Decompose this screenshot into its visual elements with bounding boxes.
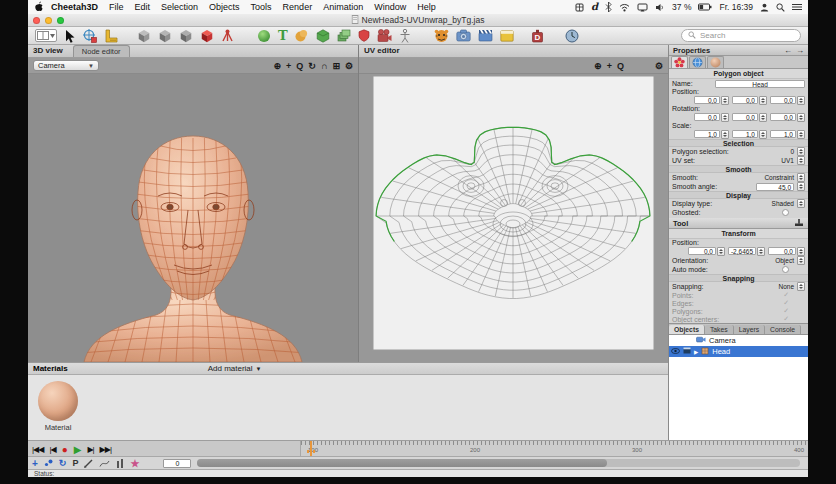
polygon-mode-cube-icon[interactable]: [179, 28, 193, 43]
playhead[interactable]: [310, 441, 312, 457]
position-2-stepper[interactable]: [797, 96, 805, 105]
pan-icon[interactable]: +: [286, 61, 291, 71]
orbit-icon[interactable]: ↻: [308, 61, 316, 71]
arc-rotate-icon[interactable]: ∩: [321, 61, 328, 71]
menu-window[interactable]: Window: [374, 2, 406, 12]
add-key-icon[interactable]: +: [32, 458, 38, 469]
add-material-button[interactable]: Add material▼: [208, 364, 262, 373]
menu-selection[interactable]: Selection: [161, 2, 198, 12]
go-end-button[interactable]: ▶▶|: [100, 445, 111, 454]
polygon-selection-stepper[interactable]: [797, 147, 805, 156]
metaball-icon[interactable]: [295, 28, 309, 43]
rotation-0-stepper[interactable]: [721, 113, 729, 122]
array-modifier-icon[interactable]: [337, 28, 351, 43]
smooth-stepper[interactable]: [797, 173, 805, 182]
rotation-field-0[interactable]: 0,0: [694, 113, 720, 121]
menu-objects[interactable]: Objects: [209, 2, 240, 12]
object-mode-cube-icon[interactable]: [200, 28, 214, 43]
smooth-angle-stepper[interactable]: [797, 182, 805, 191]
rotation-1-stepper[interactable]: [759, 113, 767, 122]
view-layout-icon[interactable]: [35, 28, 57, 43]
properties-tab-object[interactable]: [671, 56, 688, 68]
snapping-value[interactable]: None: [778, 283, 794, 290]
search-input[interactable]: Search: [681, 29, 801, 42]
render-camera-icon[interactable]: [456, 28, 471, 43]
orientation-value[interactable]: Object: [775, 257, 794, 264]
properties-tab-world[interactable]: [689, 56, 706, 68]
material-thumbnail[interactable]: [38, 381, 78, 421]
position-field-1[interactable]: -2,6465: [728, 247, 756, 255]
uv-settings-icon[interactable]: ⚙: [655, 61, 663, 71]
ghosted-checkbox[interactable]: [782, 209, 789, 216]
select-arrow-icon[interactable]: [64, 28, 76, 43]
position-0-stepper[interactable]: [721, 96, 729, 105]
scale-field-1[interactable]: 1,0: [732, 130, 758, 138]
menu-edit[interactable]: Edit: [135, 2, 151, 12]
scene-tab-console[interactable]: Console: [765, 325, 801, 334]
object-centers-checkbox[interactable]: ✓: [783, 315, 789, 323]
rotation-field-1[interactable]: 0,0: [732, 113, 758, 121]
snapping-stepper[interactable]: [797, 282, 805, 291]
battery-icon[interactable]: [698, 3, 712, 11]
scale-0-stepper[interactable]: [721, 130, 729, 139]
points-checkbox[interactable]: ✓: [783, 291, 789, 299]
scene-tab-takes[interactable]: Takes: [705, 325, 734, 334]
back-arrow-icon[interactable]: ←: [784, 46, 792, 55]
menu-animation[interactable]: Animation: [323, 2, 363, 12]
bluetooth-icon[interactable]: [605, 2, 612, 12]
name-field[interactable]: Head: [715, 80, 805, 88]
p-mode-icon[interactable]: P: [72, 458, 78, 468]
scale-2-stepper[interactable]: [797, 130, 805, 139]
menu-tools[interactable]: Tools: [251, 2, 272, 12]
time-clock-icon[interactable]: [565, 28, 579, 43]
record-button[interactable]: ●: [62, 444, 68, 455]
pen-icon[interactable]: [84, 459, 93, 468]
position-1-stepper[interactable]: [759, 96, 767, 105]
eye-icon[interactable]: [671, 347, 680, 356]
smooth-value[interactable]: Constraint: [764, 174, 794, 181]
position-0-stepper[interactable]: [717, 247, 725, 256]
animation-clapper-icon[interactable]: [478, 28, 493, 43]
zoom-window-button[interactable]: [57, 17, 64, 24]
favorites-star-icon[interactable]: ★: [130, 458, 139, 469]
horizontal-scrollbar[interactable]: [197, 459, 800, 467]
position-field-0[interactable]: 0,0: [694, 96, 720, 104]
position-2-stepper[interactable]: [797, 247, 805, 256]
uv-set-stepper[interactable]: [797, 156, 805, 165]
menu-help[interactable]: Help: [417, 2, 436, 12]
display-type-stepper[interactable]: [797, 199, 805, 208]
close-window-button[interactable]: [33, 17, 40, 24]
move-globe-icon[interactable]: [83, 28, 97, 43]
spotlight-search-icon[interactable]: [776, 3, 785, 12]
uv-set-value[interactable]: UV1: [781, 157, 794, 164]
uv-canvas[interactable]: [359, 74, 669, 362]
scale-field-0[interactable]: 1,0: [694, 130, 720, 138]
quad-view-icon[interactable]: ⊞: [332, 61, 340, 71]
character-rig-icon[interactable]: [399, 28, 411, 43]
edge-mode-cube-icon[interactable]: [158, 28, 172, 43]
render-tiger-icon[interactable]: [434, 28, 449, 43]
scale-field-2[interactable]: 1,0: [770, 130, 796, 138]
scene-tab-layers[interactable]: Layers: [734, 325, 765, 334]
notification-list-icon[interactable]: [792, 3, 802, 11]
scene-item-head[interactable]: ▶Head: [669, 346, 808, 357]
sphere-primitive-icon[interactable]: [257, 28, 271, 43]
user-icon[interactable]: [760, 3, 769, 12]
display-type-value[interactable]: Shaded: [772, 200, 794, 207]
menu-clock[interactable]: Fr. 16:39: [719, 2, 753, 12]
fcurve-icon[interactable]: [99, 459, 110, 468]
polyhedron-icon[interactable]: [316, 28, 330, 43]
position-field-1[interactable]: 0,0: [732, 96, 758, 104]
frame-field[interactable]: 0: [163, 459, 191, 468]
bars-icon[interactable]: [116, 459, 124, 468]
step-back-button[interactable]: |◀: [49, 445, 55, 454]
scene-tab-objects[interactable]: Objects: [669, 325, 705, 334]
render-icon[interactable]: [683, 347, 691, 356]
orientation-stepper[interactable]: [797, 256, 805, 265]
dynamics-weight-icon[interactable]: D: [531, 28, 544, 43]
pan-icon[interactable]: +: [607, 61, 612, 71]
ruler-icon[interactable]: [104, 28, 118, 43]
cycle-icon[interactable]: ↻: [59, 458, 67, 468]
app-grid-icon[interactable]: [575, 3, 584, 12]
target-icon[interactable]: ⊕: [594, 61, 602, 71]
